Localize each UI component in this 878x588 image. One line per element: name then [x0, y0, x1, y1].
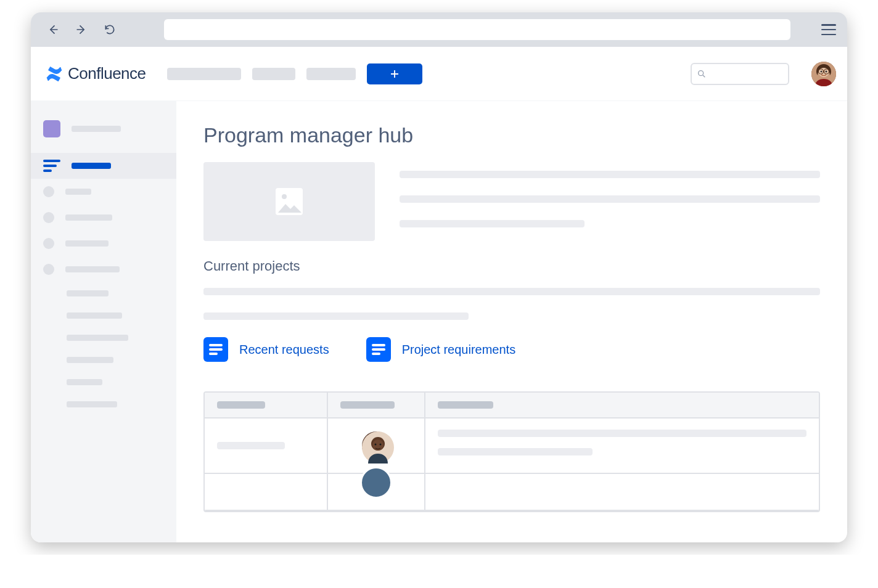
app-window: Confluence	[31, 12, 847, 542]
search-icon	[697, 69, 707, 79]
nav-item-placeholder[interactable]	[306, 68, 356, 80]
body-text-placeholder	[203, 288, 820, 320]
table-cell-assignee	[328, 474, 425, 511]
arrow-left-icon	[47, 23, 59, 36]
back-button[interactable]	[42, 18, 64, 41]
hero-section	[203, 162, 820, 241]
sidebar-item[interactable]	[31, 231, 176, 256]
placeholder-line	[203, 288, 820, 295]
app-body: Program manager hub Current projects	[31, 101, 847, 542]
plus-icon	[389, 68, 400, 80]
svg-point-0	[699, 70, 704, 75]
placeholder-text	[217, 442, 285, 449]
main-content: Program manager hub Current projects	[176, 101, 847, 542]
placeholder-text	[65, 214, 112, 221]
profile-avatar[interactable]	[811, 62, 836, 86]
sidebar-item[interactable]	[31, 179, 176, 205]
nav-item-placeholder[interactable]	[252, 68, 295, 80]
nav-item-placeholder[interactable]	[167, 68, 241, 80]
assignee-avatar[interactable]	[360, 467, 392, 499]
placeholder-text	[72, 126, 121, 132]
placeholder-text	[217, 401, 265, 409]
url-bar[interactable]	[164, 19, 790, 40]
link-label: Project requirements	[402, 343, 516, 357]
table-cell	[425, 474, 819, 511]
placeholder-text	[65, 189, 91, 195]
svg-point-13	[380, 444, 382, 446]
sidebar-child-item[interactable]	[31, 327, 176, 349]
table-row[interactable]	[205, 474, 819, 511]
create-button[interactable]	[367, 63, 422, 84]
placeholder-line	[400, 171, 820, 178]
page-tree-icon	[43, 160, 60, 172]
reload-icon	[104, 23, 116, 36]
placeholder-text	[65, 266, 120, 272]
hero-image-placeholder	[203, 162, 375, 241]
bullet-icon	[43, 186, 54, 197]
avatar-icon	[811, 62, 836, 86]
bullet-icon	[43, 238, 54, 249]
document-icon	[203, 337, 228, 362]
space-icon	[43, 120, 60, 137]
assignee-avatar[interactable]	[360, 430, 392, 462]
projects-table	[203, 391, 820, 512]
arrow-right-icon	[75, 23, 88, 36]
sidebar-child-item[interactable]	[31, 393, 176, 415]
table-cell	[205, 474, 328, 511]
placeholder-line	[438, 448, 593, 455]
sidebar-child-item[interactable]	[31, 304, 176, 327]
app-header: Confluence	[31, 47, 847, 101]
table-header-cell	[425, 393, 819, 419]
placeholder-text	[67, 357, 113, 363]
sidebar-item-active[interactable]	[31, 153, 176, 179]
sidebar-child-item[interactable]	[31, 349, 176, 371]
svg-point-4	[826, 70, 827, 72]
bullet-icon	[43, 212, 54, 223]
sidebar	[31, 101, 176, 542]
placeholder-text	[67, 312, 122, 319]
placeholder-line	[400, 220, 585, 227]
placeholder-text	[65, 240, 109, 247]
app-logo[interactable]: Confluence	[42, 64, 156, 83]
sidebar-item[interactable]	[31, 256, 176, 282]
placeholder-line	[400, 195, 820, 203]
placeholder-text	[67, 335, 128, 341]
link-project-requirements[interactable]: Project requirements	[366, 337, 516, 362]
placeholder-text	[67, 401, 117, 407]
table-row[interactable]	[205, 419, 819, 474]
forward-button[interactable]	[70, 18, 92, 41]
svg-point-3	[821, 70, 823, 72]
table-header-cell	[328, 393, 425, 419]
sidebar-child-item[interactable]	[31, 371, 176, 393]
bullet-icon	[43, 264, 54, 275]
confluence-logo-icon	[46, 65, 63, 83]
table-cell-assignee	[328, 419, 425, 474]
link-label: Recent requests	[239, 343, 329, 357]
link-recent-requests[interactable]: Recent requests	[203, 337, 329, 362]
sidebar-item[interactable]	[31, 205, 176, 231]
sidebar-child-item[interactable]	[31, 282, 176, 304]
table-cell	[205, 419, 328, 474]
sidebar-space-header[interactable]	[31, 116, 176, 142]
page-title: Program manager hub	[203, 123, 820, 147]
reload-button[interactable]	[99, 18, 121, 41]
placeholder-text	[72, 163, 111, 169]
app-name: Confluence	[68, 64, 146, 83]
section-title-current-projects: Current projects	[203, 258, 820, 274]
hero-text-placeholder	[400, 162, 820, 241]
browser-menu-button[interactable]	[821, 24, 836, 35]
document-links-row: Recent requests Project requirements	[203, 337, 820, 362]
search-input[interactable]	[691, 63, 789, 85]
placeholder-text	[438, 401, 493, 409]
table-cell	[425, 419, 819, 474]
table-header-row	[205, 393, 819, 419]
image-icon	[273, 186, 305, 218]
placeholder-text	[340, 401, 395, 409]
browser-chrome	[31, 12, 847, 47]
svg-point-8	[282, 194, 287, 199]
document-icon	[366, 337, 391, 362]
placeholder-line	[203, 312, 469, 320]
table-header-cell	[205, 393, 328, 419]
placeholder-text	[67, 379, 102, 385]
avatar-icon	[362, 431, 394, 463]
